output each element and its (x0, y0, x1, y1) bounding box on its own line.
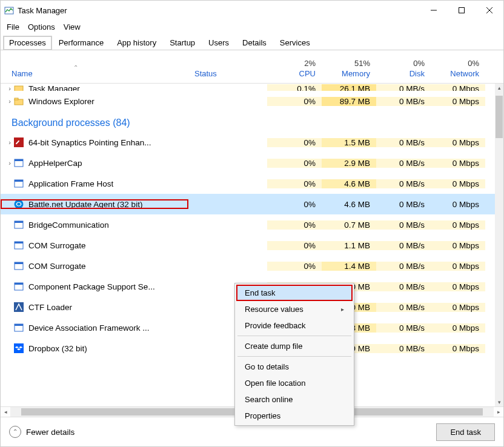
chevron-right-icon: ▸ (341, 306, 344, 313)
generic-app-icon (14, 220, 24, 230)
minimize-button[interactable] (420, 1, 448, 20)
chevron-up-icon: ⌃ (9, 426, 21, 438)
scroll-right-icon[interactable]: ▸ (494, 409, 503, 415)
table-row-selected[interactable]: › Battle.net Update Agent (32 bit) 0% 4.… (1, 194, 495, 214)
col-disk[interactable]: 0% Disk (376, 59, 431, 78)
ctx-provide-feedback[interactable]: Provide feedback (236, 317, 353, 334)
svg-rect-17 (15, 242, 23, 243)
tab-startup[interactable]: Startup (163, 35, 202, 50)
ctf-icon (14, 302, 24, 312)
menubar: File Options View (1, 20, 503, 35)
svg-rect-19 (15, 262, 23, 264)
ctx-resource-values[interactable]: Resource values▸ (236, 301, 353, 317)
menu-separator (237, 356, 351, 357)
scroll-left-icon[interactable]: ◂ (1, 409, 10, 415)
process-list-area: ⌃ Name Status 2% CPU 51% Memory 0% Disk … (1, 50, 503, 417)
tabs: Processes Performance App history Startu… (1, 35, 503, 50)
svg-rect-12 (15, 180, 23, 182)
expand-icon[interactable]: › (5, 98, 14, 105)
col-memory[interactable]: 51% Memory (322, 59, 376, 78)
app-icon (14, 84, 24, 91)
sort-indicator-icon: ⌃ (73, 64, 78, 71)
table-row[interactable]: › COM Surrogate 0% 1.1 MB 0 MB/s 0 Mbps (1, 235, 495, 256)
menu-options[interactable]: Options (28, 22, 55, 31)
generic-app-icon (14, 240, 24, 250)
table-row[interactable]: › 64-bit Synaptics Pointing Enhan... 0% … (1, 132, 495, 153)
ctx-properties[interactable]: Properties (236, 408, 353, 424)
ctx-end-task[interactable]: End task (236, 285, 353, 301)
generic-app-icon (14, 179, 24, 188)
vertical-scrollbar[interactable]: ▴ ▾ (495, 84, 503, 406)
synaptics-icon (14, 137, 24, 147)
window-title: Task Manager (18, 6, 67, 15)
task-manager-window: Task Manager File Options View Processes… (0, 0, 504, 447)
titlebar: Task Manager (1, 1, 503, 20)
tab-performance[interactable]: Performance (52, 35, 110, 50)
maximize-button[interactable] (448, 1, 476, 20)
svg-rect-2 (459, 8, 465, 13)
context-menu: End task Resource values▸ Provide feedba… (234, 283, 354, 426)
dropbox-icon (14, 343, 24, 353)
table-row[interactable]: › BridgeCommunication 0% 0.7 MB 0 MB/s 0… (1, 214, 495, 235)
svg-rect-5 (15, 86, 23, 91)
scroll-thumb[interactable] (496, 96, 503, 138)
tab-details[interactable]: Details (236, 35, 273, 50)
svg-rect-24 (15, 324, 23, 326)
menu-file[interactable]: File (7, 22, 19, 31)
scroll-down-icon[interactable]: ▾ (495, 398, 503, 406)
ctx-search-online[interactable]: Search online (236, 391, 353, 408)
task-manager-icon (4, 5, 14, 15)
table-row[interactable]: › Task Manager 0.1% 26.1 MB 0 MB/s 0 Mbp… (1, 84, 495, 91)
svg-rect-21 (15, 283, 23, 285)
expand-icon[interactable]: › (5, 139, 14, 146)
tab-processes[interactable]: Processes (3, 36, 52, 50)
menu-view[interactable]: View (64, 22, 81, 31)
close-button[interactable] (476, 1, 503, 20)
table-row[interactable]: › COM Surrogate 0% 1.4 MB 0 MB/s 0 Mbps (1, 256, 495, 276)
ctx-open-file-location[interactable]: Open file location (236, 375, 353, 391)
col-status[interactable]: Status (188, 69, 267, 78)
end-task-button[interactable]: End task (436, 423, 495, 441)
tab-app-history[interactable]: App history (110, 35, 163, 50)
col-cpu[interactable]: 2% CPU (267, 59, 322, 78)
generic-app-icon (14, 323, 24, 333)
ctx-go-to-details[interactable]: Go to details (236, 359, 353, 375)
scroll-up-icon[interactable]: ▴ (495, 84, 503, 92)
svg-rect-7 (15, 98, 18, 100)
svg-rect-10 (15, 159, 23, 161)
group-background-processes: Background processes (84) (1, 111, 495, 132)
generic-app-icon (14, 158, 24, 168)
generic-app-icon (14, 282, 24, 291)
table-row[interactable]: › AppHelperCap 0% 2.9 MB 0 MB/s 0 Mbps (1, 153, 495, 173)
generic-app-icon (14, 261, 24, 271)
battlenet-icon (14, 199, 24, 209)
folder-icon (14, 96, 24, 106)
fewer-details-button[interactable]: ⌃ Fewer details (9, 426, 75, 438)
menu-separator (237, 336, 351, 336)
table-row[interactable]: › Windows Explorer 0% 89.7 MB 0 MB/s 0 M… (1, 91, 495, 111)
tab-users[interactable]: Users (202, 35, 236, 50)
col-network[interactable]: 0% Network (431, 59, 485, 78)
column-headers: ⌃ Name Status 2% CPU 51% Memory 0% Disk … (1, 50, 503, 84)
svg-rect-8 (14, 137, 24, 147)
tab-services[interactable]: Services (273, 35, 317, 50)
svg-point-13 (15, 200, 24, 209)
svg-rect-15 (15, 221, 23, 223)
col-name[interactable]: ⌃ Name (1, 69, 188, 78)
ctx-create-dump[interactable]: Create dump file (236, 338, 353, 354)
table-row[interactable]: › Application Frame Host 0% 4.6 MB 0 MB/… (1, 173, 495, 194)
expand-icon[interactable]: › (5, 159, 14, 167)
